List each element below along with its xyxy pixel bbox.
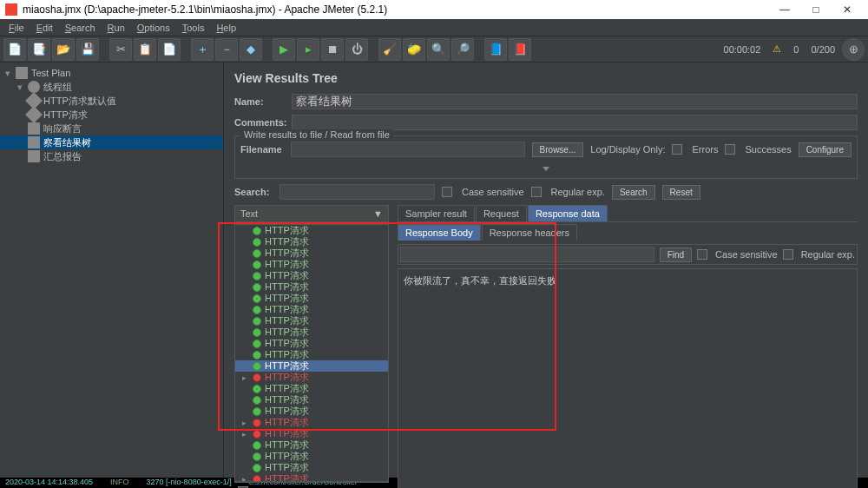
toggle-icon[interactable]: ▾ — [3, 68, 12, 79]
test-plan-tree[interactable]: ▾ Test Plan ▾线程组HTTP清求默认值HTTP清求响应断言察看结果树… — [0, 63, 224, 478]
result-item[interactable]: HTTP清求 — [235, 360, 388, 372]
reset-btn[interactable]: Reset — [662, 185, 700, 200]
tree-icon — [28, 136, 40, 148]
status-icon — [253, 385, 261, 393]
tree-item[interactable]: HTTP清求 — [0, 108, 223, 122]
tab-sampler-result[interactable]: Sampler result — [398, 205, 475, 221]
tree-item[interactable]: 察看结果树 — [0, 135, 223, 149]
toggle-icon[interactable]: ▸ — [242, 475, 249, 483]
result-item[interactable]: HTTP清求 — [235, 293, 388, 304]
search-button[interactable]: 🔍 — [427, 38, 450, 61]
toggle-icon[interactable]: ▸ — [242, 373, 249, 382]
search-btn[interactable]: Search — [612, 185, 655, 200]
tab-response-data[interactable]: Response data — [528, 205, 608, 221]
result-item[interactable]: ▸HTTP清求 — [235, 417, 388, 428]
filename-input[interactable] — [291, 142, 525, 157]
result-item[interactable]: HTTP清求 — [235, 406, 388, 417]
function-button[interactable]: 📘 — [484, 38, 507, 61]
tree-label: Test Plan — [31, 68, 70, 78]
result-item[interactable]: HTTP清求 — [235, 383, 388, 394]
name-input[interactable] — [292, 94, 858, 109]
result-item[interactable]: HTTP清求 — [235, 270, 388, 281]
subtab-response-headers[interactable]: Response headers — [482, 224, 577, 241]
open-button[interactable]: 📂 — [52, 38, 75, 61]
result-item[interactable]: HTTP清求 — [235, 338, 388, 349]
find-input[interactable] — [400, 247, 654, 262]
status-icon — [253, 419, 261, 427]
clear-button[interactable]: 🧹 — [378, 38, 401, 61]
result-item[interactable]: HTTP清求 — [235, 304, 388, 315]
menu-edit[interactable]: Edit — [31, 21, 58, 35]
cut-button[interactable]: ✂ — [109, 38, 132, 61]
tree-root[interactable]: ▾ Test Plan — [0, 66, 223, 80]
remove-button[interactable]: － — [215, 38, 238, 61]
regex-check[interactable] — [531, 187, 542, 197]
find-button[interactable]: Find — [660, 247, 692, 262]
start-button[interactable]: ▶ — [273, 38, 295, 61]
result-label: HTTP清求 — [265, 472, 309, 482]
status-icon — [253, 475, 261, 483]
result-item[interactable]: HTTP清求 — [235, 451, 388, 462]
result-item[interactable]: ▸HTTP清求 — [235, 473, 388, 482]
templates-button[interactable]: 📑 — [28, 38, 50, 61]
paste-button[interactable]: 📄 — [158, 38, 181, 61]
result-item[interactable]: ▸HTTP清求 — [235, 372, 388, 383]
add-button[interactable]: ＋ — [191, 38, 214, 61]
status-icon — [253, 441, 261, 450]
result-item[interactable]: HTTP清求 — [235, 236, 388, 247]
configure-button[interactable]: Configure — [799, 142, 852, 157]
browse-button[interactable]: Browse... — [532, 142, 584, 157]
successes-check[interactable] — [725, 144, 735, 155]
result-item[interactable]: HTTP清求 — [235, 281, 388, 293]
result-item[interactable]: HTTP清求 — [235, 326, 388, 338]
find-regex-check[interactable] — [783, 249, 793, 260]
new-button[interactable]: 📄 — [3, 38, 26, 61]
result-item[interactable]: HTTP清求 — [235, 394, 388, 406]
close-button[interactable]: ✕ — [832, 0, 863, 19]
menu-search[interactable]: Search — [60, 21, 101, 35]
result-item[interactable]: HTTP清求 — [235, 247, 388, 259]
save-button[interactable]: 💾 — [76, 38, 99, 61]
thread-icon: ⊕ — [842, 38, 865, 61]
menu-file[interactable]: File — [3, 21, 30, 35]
toggle-icon[interactable]: ▸ — [242, 419, 249, 427]
result-item[interactable]: HTTP清求 — [235, 462, 388, 473]
toggle-icon[interactable]: ▾ — [16, 82, 24, 93]
result-item[interactable]: HTTP清求 — [235, 315, 388, 326]
expand-icon[interactable] — [542, 167, 549, 171]
status-icon — [253, 464, 261, 472]
find-case-check[interactable] — [697, 249, 707, 260]
status-icon — [253, 238, 261, 247]
shutdown-button[interactable]: ⏻ — [345, 38, 368, 61]
toggle-icon[interactable]: ▸ — [242, 430, 249, 439]
menu-options[interactable]: Options — [132, 21, 175, 35]
case-check[interactable] — [442, 187, 452, 197]
menu-tools[interactable]: Tools — [177, 21, 210, 35]
errors-check[interactable] — [672, 144, 682, 155]
toggle-button[interactable]: ◆ — [240, 38, 262, 61]
renderer-select[interactable]: Text ▼ — [234, 205, 389, 222]
result-item[interactable]: HTTP清求 — [235, 439, 388, 451]
start-no-pause-button[interactable]: ▸ — [297, 38, 319, 61]
subtab-response-body[interactable]: Response Body — [398, 224, 481, 241]
tree-item[interactable]: 汇总报告 — [0, 149, 223, 163]
result-item[interactable]: HTTP清求 — [235, 349, 388, 360]
tab-request[interactable]: Request — [476, 205, 527, 221]
minimize-button[interactable]: — — [769, 0, 800, 19]
help-button[interactable]: 📕 — [509, 38, 531, 61]
menu-help[interactable]: Help — [211, 21, 241, 35]
result-item[interactable]: HTTP清求 — [235, 225, 388, 236]
comments-input[interactable] — [292, 115, 858, 130]
results-list[interactable]: HTTP清求HTTP清求HTTP清求HTTP清求HTTP清求HTTP清求HTTP… — [234, 224, 389, 482]
copy-button[interactable]: 📋 — [134, 38, 156, 61]
clear-all-button[interactable]: 🧽 — [403, 38, 425, 61]
search-input[interactable] — [279, 184, 435, 200]
menu-run[interactable]: Run — [102, 21, 130, 35]
response-body[interactable]: 你被限流了，真不幸，直接返回失败 — [398, 268, 858, 488]
tree-item[interactable]: 响应断言 — [0, 122, 223, 135]
result-item[interactable]: HTTP清求 — [235, 259, 388, 270]
maximize-button[interactable]: □ — [800, 0, 832, 19]
reset-search-button[interactable]: 🔎 — [451, 38, 474, 61]
stop-button[interactable]: ⏹ — [321, 38, 344, 61]
result-item[interactable]: ▸HTTP清求 — [235, 428, 388, 439]
